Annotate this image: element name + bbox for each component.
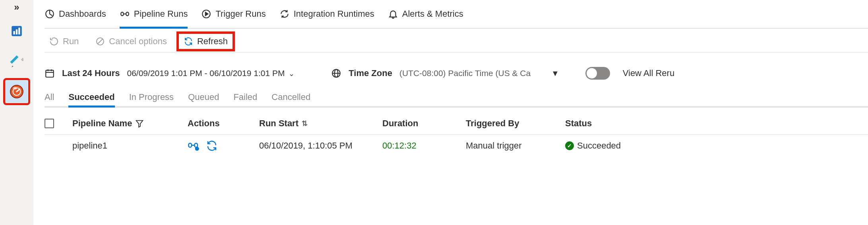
svg-marker-35 xyxy=(196,148,198,150)
top-tabs: Dashboards Pipeline Runs Trigger Runs In… xyxy=(45,0,868,29)
svg-rect-14 xyxy=(126,12,129,16)
col-duration[interactable]: Duration xyxy=(382,118,466,129)
svg-marker-30 xyxy=(136,120,143,127)
svg-marker-17 xyxy=(205,12,208,16)
cell-run-start: 06/10/2019, 1:10:05 PM xyxy=(259,141,382,151)
play-icon xyxy=(201,9,211,19)
table-row[interactable]: pipeline1 06/10/2019, 1:10:05 PM 00:12:3… xyxy=(45,135,868,157)
col-triggered-by[interactable]: Triggered By xyxy=(466,118,565,129)
filter-bar: Last 24 Hours 06/09/2019 1:01 PM - 06/10… xyxy=(45,53,868,87)
caret-down-icon[interactable]: ▼ xyxy=(551,69,559,78)
col-label: Duration xyxy=(382,118,418,129)
refresh-button[interactable]: Refresh xyxy=(179,34,232,49)
tab-label: Integration Runtimes xyxy=(294,9,374,19)
view-all-reruns-toggle[interactable] xyxy=(585,67,610,80)
status-tab-all[interactable]: All xyxy=(45,92,54,106)
time-range-text: 06/09/2019 1:01 PM - 06/10/2019 1:01 PM xyxy=(127,68,285,78)
time-range-label[interactable]: Last 24 Hours xyxy=(62,68,120,78)
globe-icon xyxy=(331,68,341,78)
refresh-label: Refresh xyxy=(197,36,228,47)
svg-rect-2 xyxy=(16,29,17,35)
svg-line-19 xyxy=(98,39,103,44)
sidebar-nav: » xyxy=(0,0,33,225)
col-actions: Actions xyxy=(188,118,259,129)
main-content: Dashboards Pipeline Runs Trigger Runs In… xyxy=(33,0,868,225)
status-tab-succeeded[interactable]: Succeeded xyxy=(68,92,114,106)
view-all-reruns-label: View All Reru xyxy=(623,68,674,78)
cell-actions xyxy=(188,140,259,152)
toolbar: Run Cancel options Refresh xyxy=(45,29,868,53)
time-range-value[interactable]: 06/09/2019 1:01 PM - 06/10/2019 1:01 PM … xyxy=(127,68,295,78)
cell-duration: 00:12:32 xyxy=(382,141,466,151)
status-filter-tabs: All Succeeded In Progress Queued Failed … xyxy=(45,87,868,108)
tab-label: Dashboards xyxy=(59,9,106,19)
tab-dashboards[interactable]: Dashboards xyxy=(45,0,106,28)
svg-rect-31 xyxy=(189,143,192,147)
tab-label: Trigger Runs xyxy=(215,9,265,19)
timezone-value: (UTC-08:00) Pacific Time (US & Ca... xyxy=(399,68,531,78)
sidebar-expand-icon[interactable]: » xyxy=(14,2,19,12)
checkbox-icon[interactable] xyxy=(45,119,54,128)
runs-table: Pipeline Name Actions Run Start ⇅ Durati… xyxy=(45,112,868,157)
view-activities-icon[interactable] xyxy=(188,140,200,152)
svg-rect-3 xyxy=(18,28,20,35)
pencil-icon xyxy=(10,55,23,68)
svg-rect-32 xyxy=(195,143,198,147)
col-label: Actions xyxy=(188,118,220,129)
calendar-icon xyxy=(45,68,55,78)
status-tab-in-progress[interactable]: In Progress xyxy=(129,92,174,106)
tab-pipeline-runs[interactable]: Pipeline Runs xyxy=(120,0,188,28)
sort-icon[interactable]: ⇅ xyxy=(302,119,308,128)
cell-pipeline-name[interactable]: pipeline1 xyxy=(72,141,188,151)
status-text: Succeeded xyxy=(577,141,621,151)
col-label: Pipeline Name xyxy=(72,118,132,129)
sidebar-item-monitor[interactable] xyxy=(6,80,28,103)
sidebar-item-overview[interactable] xyxy=(6,20,28,42)
rerun-icon[interactable] xyxy=(206,140,218,152)
svg-point-11 xyxy=(13,87,17,89)
pipeline-icon xyxy=(120,9,130,19)
tab-trigger-runs[interactable]: Trigger Runs xyxy=(201,0,265,28)
run-icon xyxy=(49,37,59,46)
bell-icon xyxy=(388,9,398,19)
cancel-label: Cancel options xyxy=(109,36,167,47)
cell-triggered-by: Manual trigger xyxy=(466,141,565,151)
status-tab-failed[interactable]: Failed xyxy=(233,92,257,106)
tab-label: Pipeline Runs xyxy=(134,9,188,19)
col-pipeline-name[interactable]: Pipeline Name xyxy=(72,118,188,129)
toggle-knob xyxy=(587,68,597,78)
col-label: Run Start xyxy=(259,118,298,129)
select-all-cell[interactable] xyxy=(45,119,72,128)
svg-rect-20 xyxy=(46,70,54,77)
cancel-icon xyxy=(95,37,105,46)
status-tab-cancelled[interactable]: Cancelled xyxy=(271,92,310,106)
filter-icon[interactable] xyxy=(135,119,144,128)
tab-integration-runtimes[interactable]: Integration Runtimes xyxy=(279,0,374,28)
dashboard-icon xyxy=(45,9,55,19)
svg-rect-6 xyxy=(21,58,23,61)
status-tab-queued[interactable]: Queued xyxy=(188,92,219,106)
cell-status: ✓ Succeeded xyxy=(565,141,653,151)
svg-marker-4 xyxy=(12,66,13,67)
success-badge-icon: ✓ xyxy=(565,141,574,150)
col-label: Status xyxy=(565,118,592,129)
col-label: Triggered By xyxy=(466,118,519,129)
timezone-label: Time Zone xyxy=(349,68,392,78)
run-button[interactable]: Run xyxy=(45,34,83,49)
chevron-down-icon: ⌄ xyxy=(289,70,294,78)
tab-label: Alerts & Metrics xyxy=(402,9,463,19)
tab-alerts-metrics[interactable]: Alerts & Metrics xyxy=(388,0,463,28)
gauge-icon xyxy=(9,84,24,99)
svg-rect-13 xyxy=(121,12,124,16)
col-run-start[interactable]: Run Start ⇅ xyxy=(259,118,382,129)
refresh-icon xyxy=(184,37,193,46)
col-status[interactable]: Status xyxy=(565,118,653,129)
svg-rect-1 xyxy=(14,31,15,35)
table-header: Pipeline Name Actions Run Start ⇅ Durati… xyxy=(45,112,868,135)
ir-icon xyxy=(279,9,290,19)
sidebar-item-author[interactable] xyxy=(6,50,28,72)
svg-rect-5 xyxy=(10,55,18,64)
timezone-dropdown[interactable]: (UTC-08:00) Pacific Time (US & Ca... xyxy=(399,68,531,78)
cancel-options-button[interactable]: Cancel options xyxy=(91,34,172,49)
run-label: Run xyxy=(63,36,79,47)
